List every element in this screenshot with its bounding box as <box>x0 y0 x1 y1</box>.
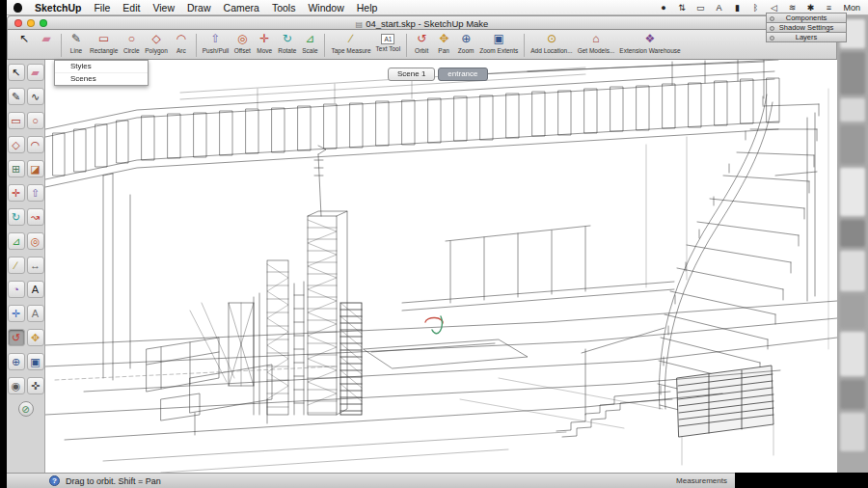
left-wall <box>103 174 130 380</box>
rectangle-tool-btn[interactable]: ▭ <box>8 112 25 129</box>
push-pull-tool-btn[interactable]: ⇧ <box>27 184 44 202</box>
apple-menu-icon[interactable] <box>14 3 22 13</box>
pan-tool[interactable]: ✥Pan <box>433 32 454 54</box>
text-tool-btn[interactable]: A <box>27 281 44 298</box>
eraser-tool-btn[interactable]: ▰ <box>27 64 44 81</box>
right-edge-artifact <box>837 15 868 473</box>
circle-tool[interactable]: ○Circle <box>121 32 142 54</box>
menu-edit[interactable]: Edit <box>122 2 140 14</box>
get-models-tool[interactable]: ⌂Get Models... <box>576 32 617 54</box>
axes-tool-btn[interactable]: ✛ <box>8 305 25 322</box>
tape-measure-tool[interactable]: ∕Tape Measure <box>329 32 372 54</box>
dimension-tool-btn[interactable]: ↔ <box>27 257 44 274</box>
display-icon[interactable]: ▭ <box>696 3 705 13</box>
protractor-tool-btn[interactable]: ◔ <box>8 281 25 298</box>
section-plane-tool-btn[interactable]: ⊘ <box>18 401 34 417</box>
line-tool[interactable]: ✎Line <box>66 32 87 54</box>
scene-tabs: Scene 1 entrance <box>388 68 488 81</box>
polygon-tool[interactable]: ◇Polygon <box>143 32 170 54</box>
rotate-tool-btn[interactable]: ↻ <box>8 208 25 226</box>
text-tool[interactable]: A1Text Tool <box>374 32 403 52</box>
layers-panel[interactable]: Layers <box>766 32 847 42</box>
list-icon[interactable]: ≡ <box>825 3 832 13</box>
menubar-status-area: ● ⇅ ▭ A ▮ ᛒ ◁ ≋ ✱ ≡ Mon <box>660 3 868 13</box>
menu-help[interactable]: Help <box>357 2 378 14</box>
orbit-icon: ↺ <box>417 32 426 46</box>
popup-item-styles[interactable]: Styles <box>55 61 148 72</box>
make-component-tool-btn[interactable]: ⊞ <box>8 160 25 177</box>
toolbar-separator <box>524 34 525 57</box>
volume-icon[interactable]: ◁ <box>770 3 777 13</box>
scene-tab-entrance[interactable]: entrance <box>438 68 487 81</box>
tape-measure-tool-btn[interactable]: ∕ <box>8 257 25 274</box>
follow-me-tool-btn[interactable]: ↝ <box>27 208 44 226</box>
close-icon[interactable] <box>770 16 774 21</box>
close-icon[interactable] <box>770 26 774 31</box>
popup-item-scenes[interactable]: Scenes <box>55 72 148 85</box>
extension-warehouse-tool[interactable]: ❖Extension Warehouse <box>617 32 682 54</box>
zoom-extents-tool[interactable]: ▣Zoom Extents <box>477 32 520 54</box>
orbit-tool[interactable]: ↺Orbit <box>411 32 432 54</box>
asterisk-icon[interactable]: ✱ <box>806 3 814 13</box>
offset-tool-btn[interactable]: ◎ <box>27 232 44 250</box>
zoom-tool-btn[interactable]: ⊕ <box>8 353 25 370</box>
menu-file[interactable]: File <box>94 2 110 14</box>
zoom-extents-icon: ▣ <box>494 32 504 46</box>
scale-tool-btn[interactable]: ⊿ <box>8 232 25 250</box>
eraser-tool[interactable]: ▰ <box>36 32 57 47</box>
zoom-extents-tool-btn[interactable]: ▣ <box>27 353 44 370</box>
line-tool-btn[interactable]: ✎ <box>8 88 25 105</box>
rotate-tool[interactable]: ↻Rotate <box>276 32 298 54</box>
help-icon[interactable]: ? <box>49 475 60 486</box>
select-tool[interactable]: ↖ <box>14 32 35 47</box>
3d-text-tool-btn[interactable]: A <box>27 305 44 322</box>
sync-icon[interactable]: ⇅ <box>678 3 686 13</box>
wifi-icon[interactable]: ≋ <box>788 3 796 13</box>
menu-window[interactable]: Window <box>308 2 343 14</box>
offset-tool[interactable]: ◎Offset <box>231 32 253 54</box>
battery-icon[interactable]: ▮ <box>733 3 741 13</box>
rotate-icon: ↻ <box>283 32 292 46</box>
scale-tool[interactable]: ⊿Scale <box>299 32 320 54</box>
dot-icon[interactable]: ● <box>660 3 667 13</box>
circle-tool-btn[interactable]: ○ <box>27 112 44 129</box>
pan-tool-btn[interactable]: ✥ <box>27 329 44 346</box>
polygon-tool-btn[interactable]: ◇ <box>8 136 25 153</box>
select-tool-btn[interactable]: ↖ <box>8 64 25 81</box>
zoom-tool[interactable]: ⊕Zoom <box>455 32 476 54</box>
toolbar-separator <box>406 34 407 57</box>
tower-structure <box>229 146 362 415</box>
orbit-tool-btn[interactable]: ↺ <box>8 329 25 346</box>
push-pull-tool[interactable]: ⇧Push/Pull <box>201 32 231 54</box>
menu-camera[interactable]: Camera <box>224 2 259 14</box>
add-location-tool[interactable]: ⊙Add Location... <box>529 32 574 54</box>
menu-tools[interactable]: Tools <box>272 2 296 14</box>
bluetooth-icon[interactable]: ᛒ <box>751 3 759 13</box>
furniture <box>147 303 272 435</box>
document-icon: ▤ <box>356 20 364 29</box>
move-tool-btn[interactable]: ✛ <box>8 184 25 202</box>
get-models-icon: ⌂ <box>592 32 599 46</box>
position-camera-tool-btn[interactable]: ◉ <box>8 377 25 394</box>
freehand-tool-btn[interactable]: ∿ <box>27 88 44 105</box>
back-wall <box>402 137 687 311</box>
move-icon: ✛ <box>259 32 269 46</box>
move-tool[interactable]: ✛Move <box>254 32 275 54</box>
main-toolbar: ↖ ▰ ✎Line ▭Rectangle ○Circle ◇Polygon ◠A… <box>7 30 837 60</box>
line-icon: ✎ <box>71 32 81 46</box>
walk-tool-btn[interactable]: ✜ <box>27 377 44 394</box>
rectangle-tool[interactable]: ▭Rectangle <box>88 32 120 54</box>
close-icon[interactable] <box>770 36 774 41</box>
scene-tab-scene1[interactable]: Scene 1 <box>388 68 435 81</box>
arc-tool[interactable]: ◠Arc <box>171 32 192 54</box>
model-viewport[interactable] <box>45 60 837 473</box>
menu-view[interactable]: View <box>152 2 175 14</box>
arc-tool-btn[interactable]: ◠ <box>27 136 44 153</box>
clock-label[interactable]: Mon <box>843 3 860 13</box>
menu-draw[interactable]: Draw <box>187 2 211 14</box>
input-source-icon[interactable]: A <box>715 3 722 13</box>
paint-bucket-tool-btn[interactable]: ◪ <box>27 160 44 177</box>
window-titlebar[interactable]: ▤04_start.skp - SketchUp Make <box>7 15 837 30</box>
menu-sketchup[interactable]: SketchUp <box>35 2 81 14</box>
add-location-icon: ⊙ <box>547 32 556 46</box>
